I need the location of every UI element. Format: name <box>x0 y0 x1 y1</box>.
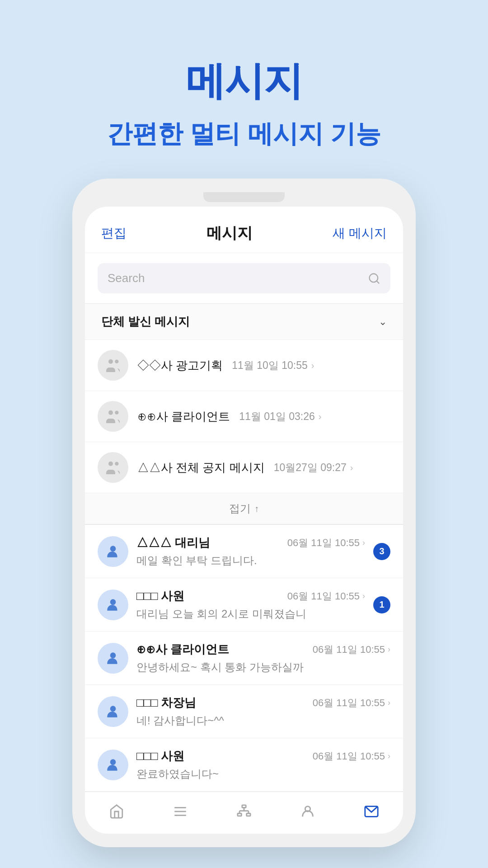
profile-icon <box>300 804 315 819</box>
chevron-right-icon: › <box>350 462 353 473</box>
avatar <box>98 750 128 780</box>
message-sender: □□□ 차장님 <box>136 695 196 711</box>
list-item[interactable]: ◇◇사 광고기획 11월 10일 10:55 › <box>85 340 403 391</box>
phone-notch <box>203 192 285 202</box>
svg-point-5 <box>115 411 118 415</box>
svg-point-9 <box>110 599 116 605</box>
message-sender: △△△ 대리님 <box>136 535 210 551</box>
page-sub-title: 간편한 멀티 메시지 기능 <box>107 117 381 151</box>
svg-point-12 <box>110 759 116 765</box>
unread-badge: 1 <box>373 596 390 613</box>
message-sender: □□□ 사원 <box>136 588 184 604</box>
avatar <box>98 536 128 567</box>
message-content: ⊕⊕사 클라이언트 06월 11일 10:55 › 안녕하세요~ 혹시 통화 가… <box>136 642 390 675</box>
list-item[interactable]: □□□ 사원 06월 11일 10:55 › 완료하였습니다~ <box>85 738 403 792</box>
message-content: □□□ 차장님 06월 11일 10:55 › 네! 감사합니다~^^ <box>136 695 390 728</box>
svg-point-7 <box>115 462 118 466</box>
group-item-time: 10월27일 09:27 › <box>274 461 353 475</box>
message-time: 06월 11일 10:55 <box>313 750 385 763</box>
svg-point-2 <box>108 359 113 364</box>
chevron-right-icon: › <box>311 360 314 371</box>
message-top-row: ⊕⊕사 클라이언트 06월 11일 10:55 › <box>136 642 390 657</box>
message-time-row: 06월 11일 10:55 › <box>287 536 365 550</box>
app-title: 메시지 <box>206 223 253 244</box>
message-preview: 안녕하세요~ 혹시 통화 가능하실까 <box>136 660 390 675</box>
collapse-icon: ↑ <box>254 504 259 514</box>
group-item-time: 11월 10일 10:55 › <box>232 359 314 373</box>
org-icon <box>236 804 252 819</box>
message-top-row: □□□ 사원 06월 11일 10:55 › <box>136 748 390 764</box>
message-list: △△△ 대리님 06월 11일 10:55 › 메일 확인 부탁 드립니다. 3 <box>85 524 403 792</box>
list-item[interactable]: ⊕⊕사 클라이언트 11월 01일 03:26 › <box>85 391 403 442</box>
message-time-row: 06월 11일 10:55 › <box>287 590 365 603</box>
message-time: 06월 11일 10:55 <box>313 696 385 710</box>
message-preview: 네! 감사합니다~^^ <box>136 713 390 728</box>
message-content: △△△ 대리님 06월 11일 10:55 › 메일 확인 부탁 드립니다. <box>136 535 365 568</box>
group-item-name: △△사 전체 공지 메시지 <box>137 460 265 476</box>
nav-menu[interactable] <box>149 800 212 823</box>
menu-icon <box>173 804 188 819</box>
collapse-button[interactable]: 접기 ↑ <box>85 493 403 524</box>
group-header-label: 단체 발신 메시지 <box>101 314 190 330</box>
message-content: □□□ 사원 06월 11일 10:55 › 대리님 오늘 회의 2시로 미뤄졌… <box>136 588 365 621</box>
message-content: □□□ 사원 06월 11일 10:55 › 완료하였습니다~ <box>136 748 390 781</box>
chevron-right-icon: › <box>319 411 322 422</box>
group-item-time: 11월 01일 03:26 › <box>239 410 321 424</box>
message-preview: 대리님 오늘 회의 2시로 미뤄졌습니 <box>136 607 365 621</box>
svg-rect-16 <box>242 805 246 808</box>
home-icon <box>109 804 124 819</box>
new-message-button[interactable]: 새 메시지 <box>333 225 387 242</box>
list-item[interactable]: □□□ 사원 06월 11일 10:55 › 대리님 오늘 회의 2시로 미뤄졌… <box>85 578 403 632</box>
mail-icon <box>364 804 379 819</box>
avatar <box>98 401 128 432</box>
nav-mail[interactable] <box>339 800 403 823</box>
page-main-title: 메시지 <box>186 54 302 108</box>
avatar <box>98 350 128 381</box>
list-item[interactable]: ⊕⊕사 클라이언트 06월 11일 10:55 › 안녕하세요~ 혹시 통화 가… <box>85 632 403 685</box>
message-top-row: △△△ 대리님 06월 11일 10:55 › <box>136 535 365 551</box>
chevron-right-icon: › <box>388 751 390 761</box>
chevron-right-icon: › <box>388 645 390 654</box>
app-header: 편집 메시지 새 메시지 <box>85 207 403 253</box>
svg-point-6 <box>108 462 113 466</box>
message-time: 06월 11일 10:55 <box>287 536 360 550</box>
chevron-right-icon: › <box>388 698 390 708</box>
group-header[interactable]: 단체 발신 메시지 ⌄ <box>85 304 403 340</box>
list-item[interactable]: △△△ 대리님 06월 11일 10:55 › 메일 확인 부탁 드립니다. 3 <box>85 525 403 578</box>
phone-mockup: 편집 메시지 새 메시지 Search 단체 발신 메시지 ⌄ <box>72 179 416 847</box>
avatar <box>98 590 128 620</box>
nav-profile[interactable] <box>276 800 339 823</box>
chevron-right-icon: › <box>362 538 365 547</box>
message-time-row: 06월 11일 10:55 › <box>313 643 390 656</box>
svg-point-3 <box>115 360 118 363</box>
nav-org[interactable] <box>212 800 276 823</box>
message-top-row: □□□ 차장님 06월 11일 10:55 › <box>136 695 390 711</box>
message-preview: 완료하였습니다~ <box>136 767 390 781</box>
message-sender: □□□ 사원 <box>136 748 184 764</box>
chevron-down-icon: ⌄ <box>379 316 387 328</box>
search-icon <box>368 272 380 285</box>
message-time-row: 06월 11일 10:55 › <box>313 696 390 710</box>
search-bar[interactable]: Search <box>98 263 390 293</box>
bottom-nav <box>85 792 403 834</box>
group-section: 단체 발신 메시지 ⌄ ◇◇사 광고기획 11월 10일 10:55 › <box>85 303 403 524</box>
message-top-row: □□□ 사원 06월 11일 10:55 › <box>136 588 365 604</box>
message-time: 06월 11일 10:55 <box>313 643 385 656</box>
edit-button[interactable]: 편집 <box>101 225 127 242</box>
svg-point-8 <box>110 546 116 552</box>
chevron-right-icon: › <box>362 591 365 601</box>
phone-screen: 편집 메시지 새 메시지 Search 단체 발신 메시지 ⌄ <box>85 207 403 834</box>
nav-home[interactable] <box>85 800 149 823</box>
avatar <box>98 643 128 674</box>
svg-point-4 <box>108 410 113 415</box>
group-item-name: ⊕⊕사 클라이언트 <box>137 409 230 425</box>
svg-rect-18 <box>247 813 251 816</box>
group-item-name: ◇◇사 광고기획 <box>137 358 223 373</box>
svg-line-1 <box>376 281 379 283</box>
avatar <box>98 696 128 727</box>
list-item[interactable]: □□□ 차장님 06월 11일 10:55 › 네! 감사합니다~^^ <box>85 685 403 738</box>
message-time: 06월 11일 10:55 <box>287 590 360 603</box>
list-item[interactable]: △△사 전체 공지 메시지 10월27일 09:27 › <box>85 442 403 493</box>
search-input[interactable]: Search <box>108 271 362 285</box>
collapse-label: 접기 <box>229 501 251 516</box>
